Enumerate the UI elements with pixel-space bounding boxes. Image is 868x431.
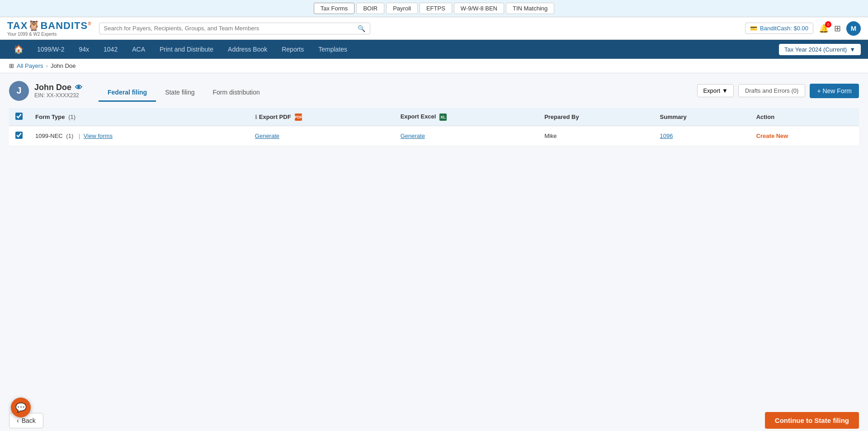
pdf-icon: PDF [295, 114, 302, 121]
tax-year-selector[interactable]: Tax Year 2024 (Current) ▼ [779, 44, 861, 55]
logo: TAX🦉BANDITS® Your 1099 & W2 Experts [7, 20, 92, 37]
chevron-left-icon: ‹ [17, 417, 19, 424]
payer-actions: Export ▼ Drafts and Errors (0) + New For… [697, 84, 859, 98]
drafts-errors-button[interactable]: Drafts and Errors (0) [738, 84, 805, 97]
top-nav-eftps[interactable]: EFTPS [420, 3, 452, 14]
export-pdf-cell: Generate [249, 126, 394, 146]
payer-header: J John Doe 👁 EIN: XX-XXXX232 Federal fil… [9, 81, 859, 101]
top-nav-boir[interactable]: BOIR [356, 3, 384, 14]
content-area: J John Doe 👁 EIN: XX-XXXX232 Federal fil… [0, 73, 868, 405]
bandit-cash-label: BanditCash: $0.00 [760, 25, 808, 32]
top-navigation: Tax Forms BOIR Payroll EFTPS W-9/W-8 BEN… [0, 0, 868, 17]
continue-to-state-filing-button[interactable]: Continue to State filing [765, 412, 859, 429]
payer-name: John Doe 👁 [34, 83, 82, 92]
payer-info: John Doe 👁 EIN: XX-XXXX232 [34, 83, 82, 99]
tab-federal-filing[interactable]: Federal filing [99, 84, 156, 102]
user-avatar[interactable]: M [846, 21, 861, 36]
export-button[interactable]: Export ▼ [697, 84, 733, 97]
form-type-cell: 1099-NEC (1) | View forms [29, 126, 249, 146]
search-icon: 🔍 [358, 25, 365, 32]
home-button[interactable]: 🏠 [7, 40, 30, 59]
new-form-button[interactable]: + New Form [810, 84, 859, 98]
top-nav-payroll[interactable]: Payroll [386, 3, 418, 14]
bandit-cash[interactable]: 💳 BanditCash: $0.00 [745, 23, 813, 34]
forms-table: Form Type (1) ℹ Export PDF PDF Export Ex… [9, 108, 859, 146]
top-nav-tax-forms[interactable]: Tax Forms [314, 3, 355, 14]
table-row: 1099-NEC (1) | View forms Generate Gener… [9, 126, 859, 146]
export-label: Export [703, 87, 720, 94]
header-bar: TAX🦉BANDITS® Your 1099 & W2 Experts 🔍 💳 … [0, 17, 868, 40]
main-navigation: 🏠 1099/W-2 94x 1042 ACA Print and Distri… [0, 40, 868, 59]
nav-aca[interactable]: ACA [125, 40, 152, 58]
payer-avatar: J [9, 81, 29, 101]
select-all-checkbox[interactable] [15, 113, 23, 120]
breadcrumb-all-payers[interactable]: All Payers [17, 62, 43, 69]
search-bar[interactable]: 🔍 [99, 23, 370, 34]
action-cell: Create New [750, 126, 859, 146]
th-export-pdf: ℹ Export PDF PDF [249, 108, 394, 126]
visibility-icon[interactable]: 👁 [75, 84, 82, 92]
nav-reports[interactable]: Reports [274, 40, 311, 58]
excel-icon: XL [439, 114, 447, 121]
logo-subtitle: Your 1099 & W2 Experts [7, 32, 57, 37]
breadcrumb-current-payer: John Doe [51, 62, 76, 69]
nav-print-distribute[interactable]: Print and Distribute [152, 40, 221, 58]
header-right: 💳 BanditCash: $0.00 🔔 0 ⊞ M [745, 21, 861, 36]
breadcrumb: ⊞ All Payers › John Doe [0, 59, 868, 73]
summary-link[interactable]: 1096 [660, 133, 673, 139]
form-type-label: 1099-NEC [35, 133, 63, 139]
row-checkbox-cell [9, 126, 29, 146]
view-forms-link[interactable]: View forms [84, 133, 113, 139]
notification-bell[interactable]: 🔔 0 [819, 24, 829, 33]
top-nav-tin-matching[interactable]: TIN Matching [506, 3, 554, 14]
nav-templates[interactable]: Templates [311, 40, 354, 58]
info-icon: ℹ [255, 114, 257, 120]
th-form-type: Form Type (1) [29, 108, 249, 126]
prepared-by-cell: Mike [538, 126, 653, 146]
create-new-link[interactable]: Create New [756, 133, 788, 139]
nav-94x[interactable]: 94x [71, 40, 96, 58]
th-checkbox [9, 108, 29, 126]
nav-address-book[interactable]: Address Book [221, 40, 274, 58]
logo-text: TAX🦉BANDITS® [7, 20, 92, 32]
table-header-row: Form Type (1) ℹ Export PDF PDF Export Ex… [9, 108, 859, 126]
row-checkbox[interactable] [15, 132, 23, 139]
nav-1099-w2[interactable]: 1099/W-2 [30, 40, 71, 58]
search-input[interactable] [104, 25, 358, 32]
tax-year-label: Tax Year 2024 (Current) [784, 46, 847, 53]
notification-badge: 0 [825, 21, 831, 28]
th-summary: Summary [654, 108, 750, 126]
tab-form-distribution[interactable]: Form distribution [204, 84, 269, 102]
forms-table-wrapper: Form Type (1) ℹ Export PDF PDF Export Ex… [9, 108, 859, 146]
generate-pdf-link[interactable]: Generate [255, 133, 279, 139]
tab-state-filing[interactable]: State filing [156, 84, 203, 102]
chevron-down-icon: ▼ [849, 46, 855, 53]
footer-bar: ‹ Back Continue to State filing [0, 405, 868, 431]
summary-cell: 1096 [654, 126, 750, 146]
th-export-excel: Export Excel XL [394, 108, 538, 126]
wallet-icon: 💳 [750, 25, 757, 32]
export-excel-cell: Generate [394, 126, 538, 146]
breadcrumb-separator: › [46, 62, 48, 69]
top-nav-w9-w8ben[interactable]: W-9/W-8 BEN [454, 3, 504, 14]
payers-grid-icon: ⊞ [9, 62, 14, 69]
apps-grid-icon[interactable]: ⊞ [834, 24, 841, 33]
payer-ein: EIN: XX-XXXX232 [34, 92, 82, 99]
chevron-down-icon: ▼ [722, 87, 728, 94]
nav-1042[interactable]: 1042 [96, 40, 125, 58]
th-prepared-by: Prepared By [538, 108, 653, 126]
generate-excel-link[interactable]: Generate [401, 133, 425, 139]
th-action: Action [750, 108, 859, 126]
chat-bubble[interactable]: 💬 [11, 398, 31, 417]
